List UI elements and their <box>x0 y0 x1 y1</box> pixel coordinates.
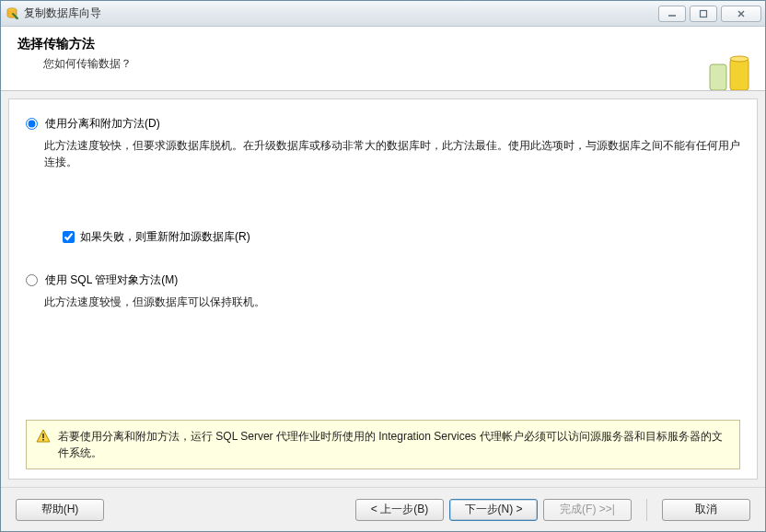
option-smo: 使用 SQL 管理对象方法(M) 此方法速度较慢，但源数据库可以保持联机。 <box>26 272 740 310</box>
finish-button: 完成(F) >>| <box>543 499 632 521</box>
svg-rect-7 <box>730 59 749 90</box>
page-subtitle: 您如何传输数据？ <box>43 56 749 72</box>
radio-detach-attach[interactable]: 使用分离和附加方法(D) <box>26 116 740 132</box>
svg-rect-3 <box>701 10 707 17</box>
footer: 帮助(H) < 上一步(B) 下一步(N) > 完成(F) >>| 取消 <box>1 487 765 531</box>
wizard-header: 选择传输方法 您如何传输数据？ <box>1 27 765 91</box>
window-controls <box>658 6 761 22</box>
window-title: 复制数据库向导 <box>24 6 658 21</box>
warning-box: 若要使用分离和附加方法，运行 SQL Server 代理作业时所使用的 Inte… <box>26 420 740 469</box>
cancel-button-label: 取消 <box>695 502 717 517</box>
warning-text: 若要使用分离和附加方法，运行 SQL Server 代理作业时所使用的 Inte… <box>58 428 730 461</box>
minimize-button[interactable] <box>658 6 686 22</box>
titlebar: 复制数据库向导 <box>1 1 765 27</box>
svg-point-8 <box>730 56 749 62</box>
radio-smo-input[interactable] <box>26 274 38 286</box>
next-button-label: 下一步(N) > <box>465 502 523 517</box>
footer-divider <box>646 499 647 521</box>
app-icon <box>5 6 19 21</box>
finish-button-label: 完成(F) >>| <box>560 502 615 517</box>
checkbox-reattach-input[interactable] <box>63 231 75 243</box>
back-button[interactable]: < 上一步(B) <box>355 499 444 521</box>
radio-smo[interactable]: 使用 SQL 管理对象方法(M) <box>26 272 740 288</box>
radio-detach-attach-label: 使用分离和附加方法(D) <box>45 116 160 132</box>
help-button-label: 帮助(H) <box>41 502 79 517</box>
close-button[interactable] <box>721 6 761 22</box>
back-button-label: < 上一步(B) <box>371 502 428 517</box>
svg-rect-10 <box>42 434 44 438</box>
option-smo-desc: 此方法速度较慢，但源数据库可以保持联机。 <box>44 294 740 310</box>
header-graphic-icon <box>704 53 758 90</box>
content-area: 使用分离和附加方法(D) 此方法速度较快，但要求源数据库脱机。在升级数据库或移动… <box>8 98 758 480</box>
wizard-window: 复制数据库向导 选择传输方法 您如何传输数据？ <box>0 0 766 532</box>
maximize-button[interactable] <box>690 6 717 22</box>
option-detach-attach-desc: 此方法速度较快，但要求源数据库脱机。在升级数据库或移动非常大的数据库时，此方法最… <box>44 137 740 170</box>
radio-detach-attach-input[interactable] <box>26 118 38 130</box>
next-button[interactable]: 下一步(N) > <box>449 499 538 521</box>
cancel-button[interactable]: 取消 <box>662 499 750 521</box>
help-button[interactable]: 帮助(H) <box>16 499 104 521</box>
option-detach-attach: 使用分离和附加方法(D) 此方法速度较快，但要求源数据库脱机。在升级数据库或移动… <box>26 116 740 170</box>
radio-smo-label: 使用 SQL 管理对象方法(M) <box>45 272 178 288</box>
page-title: 选择传输方法 <box>17 36 749 52</box>
warning-icon <box>36 429 51 444</box>
checkbox-reattach[interactable]: 如果失败，则重新附加源数据库(R) <box>63 229 740 245</box>
svg-rect-6 <box>710 64 726 90</box>
content-spacer <box>26 316 740 420</box>
checkbox-reattach-label: 如果失败，则重新附加源数据库(R) <box>80 229 250 245</box>
svg-rect-11 <box>42 439 44 441</box>
